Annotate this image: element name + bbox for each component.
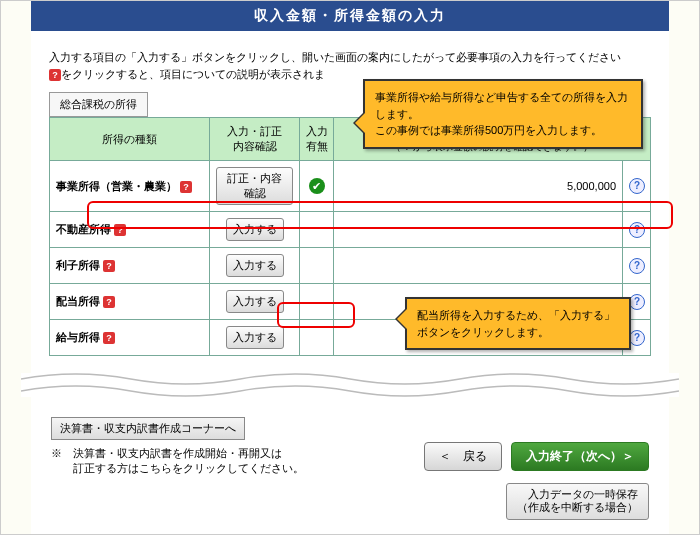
save-draft-button[interactable]: 入力データの一時保存 （作成を中断する場合） (506, 483, 649, 520)
table-row: 利子所得 ?入力する? (50, 248, 651, 284)
wave-separator (21, 373, 679, 397)
row-label: 事業所得（営業・農業） ? (50, 161, 210, 212)
row-label: 配当所得 ? (50, 284, 210, 320)
header-input: 入力・訂正 内容確認 (210, 118, 300, 161)
input-button[interactable]: 入力する (226, 254, 284, 277)
help-icon: ? (49, 69, 61, 81)
callout-top: 事業所得や給与所得など申告する全ての所得を入力します。 この事例では事業所得50… (363, 79, 643, 149)
check-icon: ✔ (309, 178, 325, 194)
help-circle-icon[interactable]: ? (629, 178, 645, 194)
input-button[interactable]: 入力する (226, 218, 284, 241)
help-icon[interactable]: ? (103, 332, 115, 344)
intro-text: 入力する項目の「入力する」ボタンをクリックし、開いた画面の案内にしたがって必要事… (49, 49, 651, 82)
page-title: 収入金額・所得金額の入力 (31, 1, 669, 31)
back-button[interactable]: ＜ 戻る (424, 442, 502, 471)
help-icon[interactable]: ? (180, 181, 192, 193)
help-circle-icon[interactable]: ? (629, 294, 645, 310)
row-label: 給与所得 ? (50, 320, 210, 356)
amount-cell (334, 212, 623, 248)
header-kind: 所得の種類 (50, 118, 210, 161)
table-row: 事業所得（営業・農業） ?訂正・内容確認✔5,000,000? (50, 161, 651, 212)
help-icon[interactable]: ? (103, 296, 115, 308)
help-icon[interactable]: ? (103, 260, 115, 272)
help-circle-icon[interactable]: ? (629, 222, 645, 238)
help-circle-icon[interactable]: ? (629, 330, 645, 346)
amount-cell (334, 248, 623, 284)
input-button[interactable]: 入力する (226, 290, 284, 313)
next-button[interactable]: 入力終了（次へ）＞ (511, 442, 649, 471)
financial-statement-link[interactable]: 決算書・収支内訳書作成コーナーへ (51, 417, 245, 440)
amount-cell: 5,000,000 (334, 161, 623, 212)
row-label: 利子所得 ? (50, 248, 210, 284)
input-button[interactable]: 入力する (226, 326, 284, 349)
help-icon[interactable]: ? (114, 224, 126, 236)
input-button[interactable]: 訂正・内容確認 (216, 167, 293, 205)
callout-dividend: 配当所得を入力するため、「入力する」ボタンをクリックします。 (405, 297, 631, 350)
row-label: 不動産所得 ? (50, 212, 210, 248)
header-has: 入力 有無 (300, 118, 334, 161)
help-circle-icon[interactable]: ? (629, 258, 645, 274)
tab-comprehensive-tax[interactable]: 総合課税の所得 (49, 92, 148, 117)
table-row: 不動産所得 ?入力する? (50, 212, 651, 248)
